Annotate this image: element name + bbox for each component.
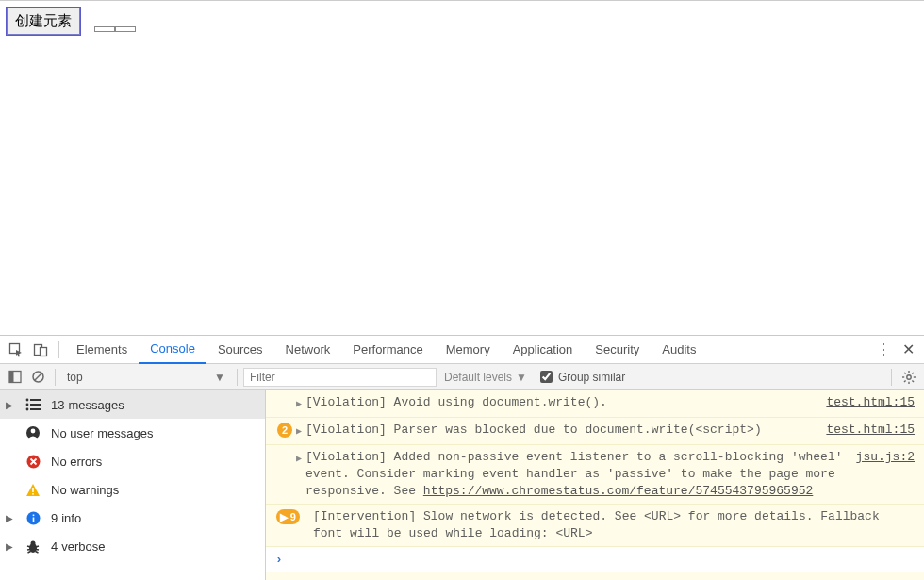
console-message[interactable]: ▶ [Violation] Avoid using document.write…: [266, 390, 924, 418]
svg-line-15: [912, 373, 914, 374]
sidebar-row-errors[interactable]: No errors: [0, 447, 265, 475]
tab-network[interactable]: Network: [274, 336, 342, 364]
svg-line-13: [912, 380, 914, 382]
sidebar-row-verbose[interactable]: ▶ 4 verbose: [0, 532, 265, 560]
console-body: ▶ 13 messages No user messages No errors…: [0, 390, 924, 580]
filter-input[interactable]: [243, 368, 437, 387]
sidebar-row-info[interactable]: ▶ 9 info: [0, 504, 265, 532]
toggle-sidebar-icon[interactable]: [4, 366, 26, 389]
context-label: top: [67, 371, 83, 384]
svg-line-37: [36, 551, 39, 553]
tab-application[interactable]: Application: [502, 336, 585, 364]
separator: [891, 369, 892, 386]
group-similar-input[interactable]: [540, 371, 553, 383]
svg-point-17: [26, 404, 29, 406]
svg-point-31: [31, 540, 36, 545]
svg-line-34: [27, 549, 30, 550]
sidebar-row-messages[interactable]: ▶ 13 messages: [0, 390, 265, 419]
sidebar-count: 4: [51, 539, 58, 554]
message-source-link[interactable]: test.html:15: [815, 422, 915, 440]
svg-line-6: [34, 373, 41, 381]
chevron-down-icon: ▼: [214, 371, 225, 384]
bug-icon: [25, 539, 41, 554]
svg-line-35: [36, 549, 39, 550]
separator: [58, 341, 59, 358]
list-icon: [25, 398, 41, 411]
svg-point-7: [907, 374, 911, 378]
message-source-link[interactable]: jsu.js:2: [845, 449, 915, 500]
tab-elements[interactable]: Elements: [65, 336, 139, 364]
console-prompt[interactable]: ›: [266, 547, 924, 572]
console-settings-icon[interactable]: [898, 366, 920, 389]
user-icon: [25, 425, 41, 440]
tab-console[interactable]: Console: [139, 336, 206, 364]
separator: [237, 369, 238, 386]
inspect-element-icon[interactable]: [4, 337, 28, 363]
console-message[interactable]: ▶ 9 [Intervention] Slow network is detec…: [266, 505, 924, 547]
svg-rect-19: [30, 399, 41, 401]
sidebar-label: messages: [68, 398, 124, 412]
message-text: [Violation] Parser was blocked due to do…: [305, 422, 815, 440]
sidebar-count: 9: [51, 511, 58, 525]
chevron-down-icon: ▼: [516, 371, 527, 384]
svg-point-23: [31, 429, 36, 434]
svg-rect-4: [9, 372, 14, 383]
sidebar-row-user-messages[interactable]: No user messages: [0, 419, 265, 447]
sidebar-label: info: [61, 511, 81, 525]
svg-rect-28: [32, 517, 34, 522]
tab-audits[interactable]: Audits: [651, 336, 707, 364]
separator: [55, 369, 56, 386]
svg-line-36: [28, 551, 31, 553]
kebab-menu-icon[interactable]: ⋮: [871, 337, 896, 363]
chevron-right-icon: ▶: [6, 513, 15, 523]
close-devtools-icon[interactable]: ✕: [896, 337, 920, 363]
create-element-button[interactable]: 创建元素: [7, 8, 80, 35]
device-toolbar-icon[interactable]: [28, 337, 53, 363]
svg-line-14: [904, 380, 906, 382]
sidebar-label: verbose: [61, 539, 105, 554]
log-levels-selector[interactable]: Default levels ▼: [444, 371, 527, 384]
devtools-tabbar: Elements Console Sources Network Perform…: [0, 336, 924, 364]
svg-rect-29: [32, 514, 34, 516]
tab-security[interactable]: Security: [584, 336, 651, 364]
sidebar-label: No user messages: [51, 426, 153, 440]
message-text: [Violation] Added non-passive event list…: [305, 449, 845, 500]
message-source-link[interactable]: test.html:15: [815, 394, 915, 413]
group-similar-checkbox[interactable]: Group similar: [540, 371, 625, 384]
expand-icon[interactable]: ▶: [292, 394, 305, 413]
tab-memory[interactable]: Memory: [435, 336, 502, 364]
svg-line-33: [36, 546, 39, 547]
warning-icon: [25, 483, 41, 497]
sidebar-label: No warnings: [51, 483, 119, 497]
tab-sources[interactable]: Sources: [206, 336, 274, 364]
page-viewport: 创建元素: [0, 0, 924, 335]
svg-rect-20: [30, 404, 41, 406]
inline-link[interactable]: https://www.chromestatus.com/feature/574…: [423, 484, 813, 498]
svg-rect-26: [32, 493, 34, 495]
info-icon: [25, 511, 41, 525]
console-messages: ▶ [Violation] Avoid using document.write…: [266, 390, 924, 580]
sidebar-row-warnings[interactable]: No warnings: [0, 475, 265, 504]
expand-icon[interactable]: ▶: [292, 422, 305, 440]
console-message[interactable]: 2 ▶ [Violation] Parser was blocked due t…: [266, 418, 924, 445]
tab-performance[interactable]: Performance: [341, 336, 434, 364]
message-text: [Violation] Avoid using document.write()…: [305, 394, 815, 413]
execution-context-selector[interactable]: top ▼: [61, 371, 231, 384]
svg-line-12: [904, 373, 906, 374]
svg-rect-25: [32, 488, 34, 492]
chevron-right-icon: ▶: [6, 541, 15, 552]
svg-line-32: [27, 546, 30, 547]
clear-console-icon[interactable]: [26, 366, 49, 389]
svg-point-16: [26, 399, 29, 402]
repeat-badge: ▶ 9: [276, 509, 300, 524]
error-icon: [25, 455, 41, 469]
console-message[interactable]: ▶ [Violation] Added non-passive event li…: [266, 445, 924, 505]
expand-icon[interactable]: ▶: [292, 449, 305, 500]
chevron-right-icon: ▶: [6, 400, 15, 410]
group-similar-label: Group similar: [558, 371, 625, 384]
sidebar-count: 13: [51, 398, 64, 412]
devtools-panel: Elements Console Sources Network Perform…: [0, 335, 924, 580]
sidebar-label: No errors: [51, 455, 102, 469]
message-text: [Intervention] Slow network is detected.…: [313, 508, 915, 542]
svg-rect-21: [30, 408, 41, 410]
